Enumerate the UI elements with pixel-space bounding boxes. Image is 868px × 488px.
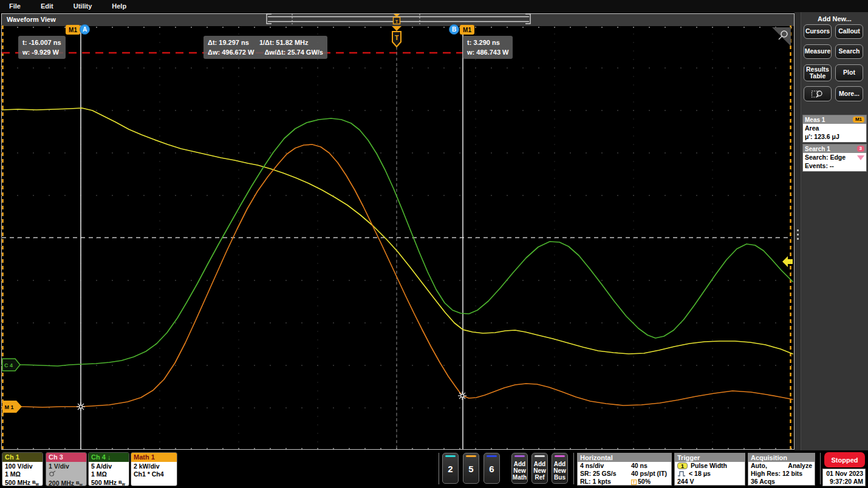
trigger-title: Trigger <box>675 453 745 462</box>
meas1-badge[interactable]: Meas 1 M1 Area μ': 123.6 μJ <box>802 115 867 143</box>
menu-help[interactable]: Help <box>112 2 126 10</box>
math-color-stripe <box>514 455 525 457</box>
search-marker-icon <box>857 155 864 160</box>
math1-scale: 2 kW/div <box>134 463 174 470</box>
ch1-badge[interactable]: Ch 1 100 V/div 1 MΩ 500 MHz Bw <box>2 452 43 486</box>
time-label: 9:37:20 AM <box>825 478 863 486</box>
horizontal-record-length: RL: 1 kpts <box>580 478 611 486</box>
results-table-button[interactable]: Results Table <box>804 64 832 81</box>
ch6-color-stripe <box>487 455 497 457</box>
add-new-math-button[interactable]: Add New Math <box>511 453 528 484</box>
right-panel: Add New... Cursors Callout Measure Searc… <box>801 12 868 450</box>
cursors-button[interactable]: Cursors <box>804 24 832 39</box>
meas1-value: μ': 123.6 μJ <box>805 133 864 141</box>
divider <box>439 453 439 484</box>
delta-t: Δt: 19.297 ns <box>208 39 249 46</box>
ch5-key[interactable]: 5 <box>463 453 479 484</box>
trigger-level: 244 V <box>677 478 694 486</box>
cursor-a-value: w: -9.929 W <box>22 47 61 57</box>
ch1-impedance: 1 MΩ <box>5 470 40 478</box>
inverse-delta-t: 1/Δt: 51.82 MHz <box>259 39 309 46</box>
plot-button[interactable]: Plot <box>835 64 863 81</box>
ch3-bandwidth: 200 MHz Bw <box>49 479 84 486</box>
acquisition-title: Acquisition <box>748 453 815 462</box>
menu-edit[interactable]: Edit <box>41 2 53 10</box>
menu-utility[interactable]: Utility <box>73 2 92 10</box>
delta-w: Δw: 496.672 W <box>208 49 254 56</box>
divider <box>573 453 574 484</box>
math1-name: Math 1 <box>131 453 177 462</box>
acquisition-panel[interactable]: Acquisition Auto, Analyze High Res: 12 b… <box>748 453 815 486</box>
bus-color-stripe <box>555 455 565 457</box>
cursor-a-source-badge[interactable]: M1 <box>66 25 80 35</box>
waveform-view-tab[interactable]: Waveform View <box>7 16 56 23</box>
horizontal-resolution: 40 ps/pt (IT) <box>631 470 667 478</box>
cursor-b-time: t: 3.290 ns <box>467 38 508 47</box>
waveform-panel: Waveform View <box>1 13 795 450</box>
meas1-source-pill: M1 <box>853 117 864 123</box>
add-new-ref-button[interactable]: Add New Ref <box>531 453 548 484</box>
ch4-bandwidth: 500 MHz Bw <box>91 478 126 486</box>
ch5-color-stripe <box>466 455 476 457</box>
ch2-key-label: 2 <box>443 464 458 474</box>
cursor-b-readout: t: 3.290 ns w: 486.743 W <box>463 36 513 59</box>
ch4-scale: 5 A/div <box>91 463 126 470</box>
add-new-ref-label: Add New Ref <box>532 461 547 481</box>
math1-badge[interactable]: Math 1 2 kW/div Ch1 * Ch4 <box>131 452 177 486</box>
add-new-bus-button[interactable]: Add New Bus <box>552 453 568 484</box>
trigger-type: Pulse Width <box>691 462 727 470</box>
ch1-bandwidth: 500 MHz Bw <box>5 478 40 486</box>
cursor-b-badge[interactable]: B <box>449 24 459 35</box>
horizontal-panel[interactable]: Horizontal 4 ns/div 40 ns SR: 25 GS/s 40… <box>577 453 672 486</box>
panel-divider[interactable] <box>795 12 801 450</box>
menu-file[interactable]: File <box>9 2 21 10</box>
measure-button[interactable]: Measure <box>804 44 832 59</box>
search1-events: Events: -- <box>805 162 864 171</box>
trigger-condition: < 18 μs <box>689 470 711 478</box>
more-button[interactable]: More... <box>835 86 863 101</box>
cursor-a-time: t: -16.007 ns <box>22 38 61 47</box>
cursor-a-badge[interactable]: A <box>80 24 90 35</box>
oscilloscope-app: File Edit Utility Help Waveform View <box>0 0 868 488</box>
cursor-b-value: w: 486.743 W <box>467 47 508 57</box>
ch4-impedance: 1 MΩ <box>91 470 126 478</box>
acquisition-count: 36 Acqs <box>751 478 775 486</box>
ch3-badge[interactable]: Ch 3 1 V/div 200 MHz Bw <box>46 452 87 486</box>
run-stop-button[interactable]: Stopped <box>824 452 865 467</box>
horizontal-position: T50% <box>631 478 651 486</box>
trigger-panel[interactable]: Trigger 1 Pulse Width < 18 μs 244 V <box>674 453 745 486</box>
trigger-source-pill: 1 <box>677 463 688 469</box>
ch6-key[interactable]: 6 <box>484 453 500 484</box>
divider <box>820 453 821 484</box>
add-new-title: Add New... <box>801 15 868 22</box>
horizontal-window: 40 ns <box>631 462 648 470</box>
search1-badge[interactable]: Search 1 3 Search: Edge Events: -- <box>802 144 867 172</box>
pulse-width-icon <box>677 470 687 477</box>
callout-button[interactable]: Callout <box>835 24 863 39</box>
ch6-key-label: 6 <box>484 464 499 474</box>
horizontal-title: Horizontal <box>578 453 671 462</box>
probe-icon <box>49 470 56 477</box>
horizontal-sample-rate: SR: 25 GS/s <box>580 470 617 478</box>
trigger-position-icon: T <box>631 480 637 485</box>
acquisition-analyze: Analyze <box>788 462 812 470</box>
panel-drag-handle-icon[interactable] <box>797 227 799 242</box>
add-new-math-label: Add New Math <box>512 461 527 481</box>
ch3-name: Ch 3 <box>46 453 86 462</box>
datetime-display: 01 Nov 2023 9:37:20 AM <box>822 469 866 486</box>
ch2-key[interactable]: 2 <box>442 453 459 484</box>
zoom-select-icon <box>811 89 824 99</box>
math1-source: Ch1 * Ch4 <box>134 470 174 478</box>
meas1-title: Meas 1 <box>805 117 825 123</box>
search1-count-pill: 3 <box>857 146 864 152</box>
ch3-scale: 1 V/div <box>49 463 84 470</box>
search-button[interactable]: Search <box>835 44 863 59</box>
zoom-mode-button[interactable] <box>804 86 832 101</box>
delta-slope: Δw/Δt: 25.74 GW/s <box>264 49 323 56</box>
cursor-b-source-badge[interactable]: M1 <box>460 25 474 35</box>
search1-mode: Search: Edge <box>805 154 846 162</box>
cursor-delta-readout: Δt: 19.297 ns 1/Δt: 51.82 MHz Δw: 496.67… <box>203 36 327 59</box>
search1-title: Search 1 <box>805 146 830 152</box>
ch4-badge[interactable]: Ch 4 ↓ 5 A/div 1 MΩ 500 MHz Bw <box>88 452 129 486</box>
ch2-color-stripe <box>445 455 456 457</box>
